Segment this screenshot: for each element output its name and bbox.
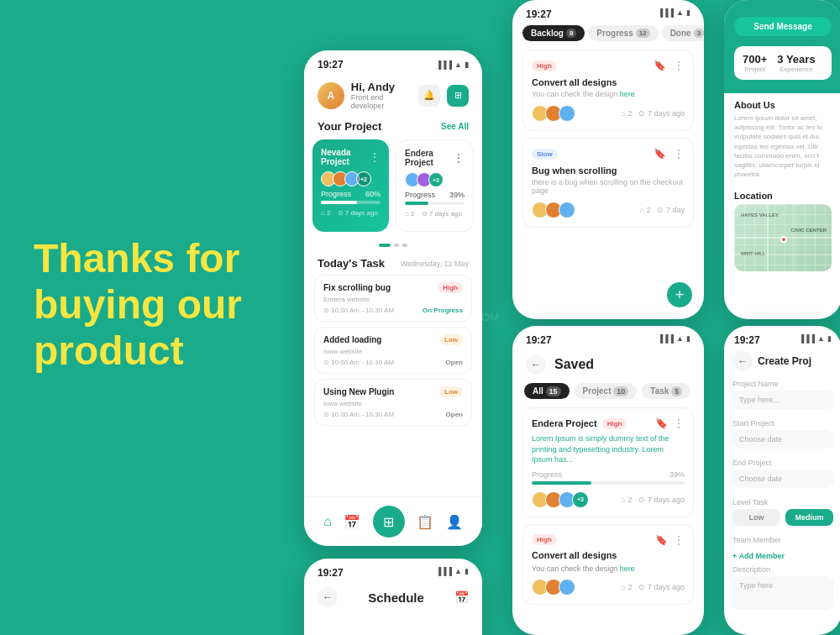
today-task-header: Today's Task Wednesday, 11 May	[304, 254, 482, 275]
avatar-count2: +3	[428, 172, 444, 187]
tab-progress[interactable]: Progress 12	[588, 25, 658, 41]
task-added-loading[interactable]: Added loading Low Iowa website ⊙ 10.00 A…	[314, 327, 472, 374]
saved-tab-bar: All 15 Project 10 Task 5	[512, 383, 704, 407]
saved-card-1[interactable]: Endera Project High 🔖 ⋮ Lorem Ipsum is s…	[522, 407, 694, 517]
create-back-button[interactable]: ←	[732, 351, 753, 371]
card2-more-icon[interactable]: ⋮	[673, 147, 685, 160]
endera-project-name: Endera Project	[405, 149, 453, 167]
card1-bookmark-icon[interactable]: 🔖	[654, 60, 666, 71]
phone2-status-bar: 19:27 ▐▐▐ ▲ ▮	[512, 0, 704, 25]
nevada-time: ⊙ 7 days ago	[338, 209, 378, 217]
card1-more-icon[interactable]: ⋮	[673, 59, 685, 72]
phone4-signal-icon: ▐▐▐	[658, 334, 674, 346]
level-medium-button[interactable]: Medium	[785, 509, 833, 526]
see-all-link[interactable]: See All	[441, 122, 469, 131]
tab-task[interactable]: Task 5	[642, 383, 690, 399]
phone6-status-icons: ▐▐▐ ▲ ▮	[436, 567, 469, 579]
backlog-card-2[interactable]: Slow 🔖 ⋮ Bug when scrolling there is a b…	[522, 138, 694, 228]
notification-button[interactable]: 🔔	[418, 85, 440, 107]
hero-section: Thanks for buying our product	[34, 235, 277, 375]
hero-line3: product	[34, 328, 277, 374]
projects-section-header: Your Project See All	[304, 117, 482, 139]
saved-card2-sub: You can check the design here	[532, 564, 685, 575]
endera-time: ⊙ 7 days ago	[422, 210, 462, 218]
task3-site: Iowa website	[323, 400, 463, 407]
tab-backlog[interactable]: Backlog 8	[522, 25, 585, 41]
calendar-nav-icon[interactable]: 📅	[344, 514, 360, 530]
nevada-more-icon[interactable]: ⋮	[369, 150, 381, 164]
back-button[interactable]: ←	[526, 354, 546, 375]
dot-2	[394, 244, 399, 247]
saved-card1-bookmark-icon[interactable]: 🔖	[655, 417, 668, 429]
card1-title: Convert all designs	[532, 77, 685, 87]
input-start-date[interactable]: Choose date	[732, 430, 833, 449]
label-end-project: End Project	[732, 459, 833, 467]
add-member-button[interactable]: + Add Member	[732, 552, 785, 560]
endera-more-icon[interactable]: ⋮	[453, 151, 465, 165]
saved-card2-badge: High	[532, 534, 557, 545]
task1-name: Fix scrolling bug	[323, 283, 391, 292]
task-fix-scrolling[interactable]: Fix scrolling bug High Endera website ⊙ …	[314, 275, 472, 322]
tab-all[interactable]: All 15	[524, 383, 570, 399]
saved-card2-more-icon[interactable]: ⋮	[673, 533, 685, 547]
user-greeting: Hi, Andy	[351, 81, 418, 93]
tab-done[interactable]: Done 3	[662, 25, 704, 41]
user-details: Hi, Andy Front end developer	[351, 81, 418, 110]
sm-avatar-3	[559, 105, 575, 122]
input-description[interactable]: Type here .	[732, 576, 833, 610]
hero-line1: Thanks for	[34, 235, 277, 281]
nevada-project-card[interactable]: Nevada Project ⋮ +2 Progress 60% ⌂ 2 ⊙ 7…	[312, 139, 389, 232]
phone6-time: 19:27	[318, 567, 344, 579]
about-text: Lorem ipsum dolor sit amet, adipiscing e…	[734, 113, 832, 179]
form-end-project: End Project Choose date	[724, 459, 840, 498]
clipboard-nav-icon[interactable]: 📋	[417, 514, 433, 530]
projects-title: Your Project	[318, 120, 381, 133]
phone6-wifi-icon: ▲	[454, 567, 462, 579]
saved-card2-meta: ⌂ 2 ⊙ 7 days ago	[622, 583, 685, 591]
phone-backlog: 19:27 ▐▐▐ ▲ ▮ Backlog 8 Progress 12 Done…	[512, 0, 704, 319]
phone2-battery-icon: ▮	[686, 8, 690, 20]
phone-dashboard: 19:27 ▐▐▐ ▲ ▮ A Hi, Andy Front end devel…	[304, 50, 482, 546]
saved-av-6	[559, 579, 575, 596]
card2-title: Bug when scrolling	[532, 165, 685, 176]
add-task-fab[interactable]: +	[667, 282, 692, 307]
phone6-battery-icon: ▮	[465, 567, 469, 579]
task-new-plugin[interactable]: Using New Plugin Low Iowa website ⊙ 10.0…	[314, 379, 472, 426]
saved-card1-progress-fill	[532, 481, 591, 485]
add-member-row[interactable]: + Add Member	[724, 552, 840, 565]
carousel-dots	[304, 240, 482, 254]
create-project-title: Create Proj	[758, 355, 811, 367]
phone5-status-icons: ▐▐▐ ▲ ▮	[799, 334, 832, 346]
schedule-back-button[interactable]: ←	[318, 587, 338, 607]
input-project-name[interactable]: Type here...	[732, 391, 833, 409]
phone-profile: Send Message 700+ Project 3 Years Experi…	[724, 0, 840, 319]
phone-saved: 19:27 ▐▐▐ ▲ ▮ ← Saved All 15 Project 10 …	[512, 326, 704, 635]
card2-bookmark-icon[interactable]: 🔖	[654, 148, 666, 160]
project-count: 10	[613, 386, 628, 396]
tab-project[interactable]: Project 10	[575, 383, 638, 399]
saved-card1-title: Endera Project	[532, 418, 597, 428]
task2-site: Iowa website	[323, 348, 463, 355]
profile-top-bg: Send Message 700+ Project 3 Years Experi…	[724, 0, 840, 93]
send-message-button[interactable]: Send Message	[734, 17, 832, 36]
saved-card-2[interactable]: High 🔖 ⋮ Convert all designs You can che…	[522, 524, 694, 606]
backlog-card-1[interactable]: High 🔖 ⋮ Convert all designs You can che…	[522, 50, 694, 131]
add-nav-button[interactable]: ⊞	[373, 506, 405, 538]
signal-icon: ▐▐▐	[436, 60, 452, 69]
calendar-icon[interactable]: 📅	[454, 590, 469, 604]
home-nav-icon[interactable]: ⌂	[323, 514, 332, 529]
endera-avatars: +3	[405, 172, 465, 187]
saved-card1-more-icon[interactable]: ⋮	[673, 417, 685, 430]
task1-site: Endera website	[323, 296, 463, 303]
card2-badge: Slow	[532, 149, 558, 160]
profile-nav-icon[interactable]: 👤	[446, 514, 463, 530]
saved-card1-footer: +3 ⌂ 2 ⊙ 7 days ago	[532, 491, 685, 508]
nevada-comments: ⌂ 2	[321, 209, 331, 217]
level-low-button[interactable]: Low	[732, 509, 780, 526]
card1-sub: You can check the design here	[532, 90, 685, 98]
saved-card2-bookmark-icon[interactable]: 🔖	[655, 534, 668, 546]
input-end-date[interactable]: Choose date	[732, 470, 833, 488]
stat-exp-label: Experience	[777, 66, 815, 73]
endera-project-card[interactable]: Endera Project ⋮ +3 Progress 39% ⌂ 2 ⊙ 7…	[396, 139, 474, 232]
grid-button[interactable]: ⊞	[447, 85, 469, 107]
